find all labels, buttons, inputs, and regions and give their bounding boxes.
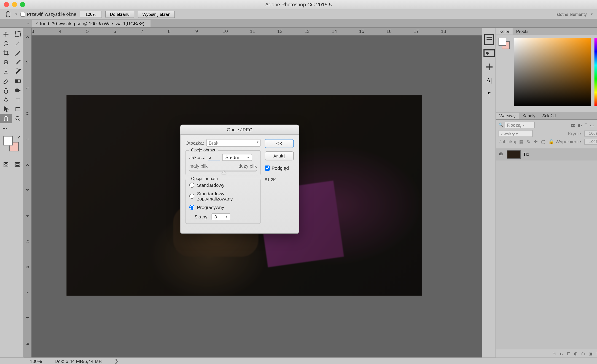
dodge-tool[interactable] (12, 86, 24, 95)
color-tab[interactable]: Kolor (496, 28, 513, 34)
cancel-button[interactable]: Anuluj (265, 151, 294, 160)
swatches-tab[interactable]: Próbki (513, 28, 532, 34)
lock-all-icon[interactable]: 🔒 (548, 139, 554, 144)
quality-input[interactable] (208, 154, 220, 160)
glyphs-panel-icon[interactable]: ¶ (482, 87, 496, 101)
lock-artboard-icon[interactable]: ▢ (541, 139, 547, 144)
quality-slider-thumb[interactable] (222, 171, 226, 174)
filter-adjustment-icon[interactable]: ◐ (578, 122, 582, 128)
paragraph-panel-icon[interactable]: A| (482, 74, 496, 87)
panel-dock: A| ¶ Kolor Próbki ≡ Wa (482, 28, 597, 357)
color-panel-header: Kolor Próbki ≡ (496, 28, 597, 35)
status-menu-icon[interactable]: ❯ (115, 358, 118, 364)
lasso-tool[interactable] (0, 39, 12, 48)
hue-slider[interactable] (594, 38, 597, 106)
crop-tool[interactable] (0, 48, 12, 58)
workspace-switcher[interactable]: Istotne elementy (555, 12, 587, 16)
character-panel-icon[interactable] (482, 60, 496, 74)
edit-toolbar[interactable]: ••• (0, 123, 12, 133)
status-zoom[interactable]: 100% (30, 358, 42, 364)
magic-wand-tool[interactable] (12, 39, 24, 48)
fill-field[interactable]: 100% (584, 139, 597, 145)
titlebar: Adobe Photoshop CC 2015.5 (0, 0, 597, 9)
workspace-chevron-icon[interactable]: ▾ (591, 12, 593, 16)
channels-tab[interactable]: Kanały (519, 113, 539, 119)
layer-name[interactable]: Tło (523, 152, 593, 156)
blend-mode-select[interactable]: Zwykły ▾ (499, 130, 533, 137)
layers-panel-menu-icon[interactable]: ≡ (596, 113, 597, 118)
color-panel-menu-icon[interactable]: ≡ (596, 29, 597, 34)
layer-locked-icon[interactable]: 🔒 (596, 152, 597, 156)
minimize-window-icon[interactable] (12, 2, 17, 7)
properties-panel-icon[interactable] (482, 47, 496, 60)
baseline-radio[interactable]: Standardowy (189, 182, 257, 188)
layer-mask-icon[interactable]: ◻ (567, 351, 570, 356)
gradient-tool[interactable] (12, 76, 24, 86)
baseline-optimized-radio[interactable]: Standardowy zoptymalizowany (189, 191, 257, 201)
close-window-icon[interactable] (4, 2, 9, 7)
brush-tool[interactable] (12, 58, 24, 67)
eraser-tool[interactable] (0, 76, 12, 86)
filter-shape-icon[interactable]: ▭ (590, 122, 594, 128)
screen-mode-tool[interactable] (12, 160, 24, 169)
preview-checkbox[interactable]: Podgląd (265, 166, 294, 171)
document-tab[interactable]: × food_30-wysoki.psd @ 100% (Warstwa 1,R… (32, 20, 150, 27)
path-selection-tool[interactable] (0, 104, 12, 114)
filter-type-select[interactable]: Rodzaj ▾ (505, 122, 535, 128)
healing-brush-tool[interactable] (0, 58, 12, 67)
swap-colors-icon[interactable]: ⤢ (17, 135, 20, 140)
progressive-radio[interactable]: Progresywny (189, 205, 257, 210)
layer-thumbnail[interactable] (507, 150, 521, 158)
fit-screen-button[interactable]: Do ekranu (105, 10, 134, 18)
scroll-all-windows-checkbox[interactable]: Przewiń wszystkie okna (20, 12, 76, 17)
zoom-tool[interactable] (12, 114, 24, 123)
paths-tab[interactable]: Ścieżki (539, 113, 559, 119)
quality-slider[interactable] (189, 170, 257, 172)
layer-group-icon[interactable]: 🗀 (581, 351, 585, 356)
color-field[interactable] (514, 38, 591, 106)
clone-stamp-tool[interactable] (0, 67, 12, 76)
lock-transparency-icon[interactable]: ▦ (519, 139, 525, 144)
close-tab-icon[interactable]: × (35, 21, 38, 26)
layer-visibility-icon[interactable]: 👁 (499, 151, 505, 157)
scans-select[interactable]: 3▾ (212, 213, 230, 220)
layer-row[interactable]: 👁 Tło 🔒 (496, 148, 597, 160)
fill-screen-button[interactable]: Wypełnij ekran (138, 10, 175, 18)
lock-pixels-icon[interactable]: ✎ (526, 139, 532, 144)
new-layer-icon[interactable]: ▣ (589, 351, 593, 356)
layer-style-icon[interactable]: fx (560, 351, 564, 356)
quick-mask-tool[interactable] (0, 160, 12, 169)
matte-select[interactable]: Brak▾ (207, 139, 261, 147)
marquee-tool[interactable] (12, 30, 24, 39)
adjustment-layer-icon[interactable]: ◐ (574, 351, 578, 356)
lock-position-icon[interactable]: ✥ (534, 139, 539, 144)
history-brush-tool[interactable] (12, 67, 24, 76)
type-tool[interactable] (12, 95, 24, 104)
link-layers-icon[interactable]: ⌘ (552, 351, 557, 356)
filter-type-icon[interactable]: T (585, 122, 587, 128)
scans-label: Skany: (194, 214, 209, 219)
panel-foreground-color[interactable] (499, 38, 506, 46)
maximize-window-icon[interactable] (20, 2, 25, 7)
opacity-field[interactable]: 100% (584, 130, 597, 136)
move-tool[interactable] (0, 30, 12, 39)
quality-preset-select[interactable]: Średni▾ (222, 154, 252, 161)
hand-tool[interactable] (0, 114, 12, 123)
delete-layer-icon[interactable]: 🗑 (596, 351, 597, 356)
zoom-level-field[interactable]: 100% (80, 10, 102, 18)
vertical-ruler[interactable]: 3210123456789 (24, 35, 31, 357)
ok-button[interactable]: OK (265, 139, 294, 148)
pen-tool[interactable] (0, 95, 12, 104)
history-panel-icon[interactable] (482, 33, 496, 47)
ruler-origin[interactable] (24, 28, 31, 35)
foreground-color[interactable] (3, 136, 13, 146)
layers-tab[interactable]: Warstwy (496, 113, 519, 119)
filter-pixel-icon[interactable]: ▦ (571, 122, 575, 128)
horizontal-ruler[interactable]: 3456789101112131415161718 (32, 28, 482, 35)
rectangle-tool[interactable] (12, 104, 24, 114)
status-doc-size[interactable]: Dok: 6,44 MB/6,44 MB (55, 358, 102, 364)
tool-preset-dropdown[interactable]: ▾ (15, 12, 17, 16)
blur-tool[interactable] (0, 86, 12, 95)
eyedropper-tool[interactable] (12, 48, 24, 58)
color-swatch[interactable]: ⤢ (3, 136, 19, 151)
